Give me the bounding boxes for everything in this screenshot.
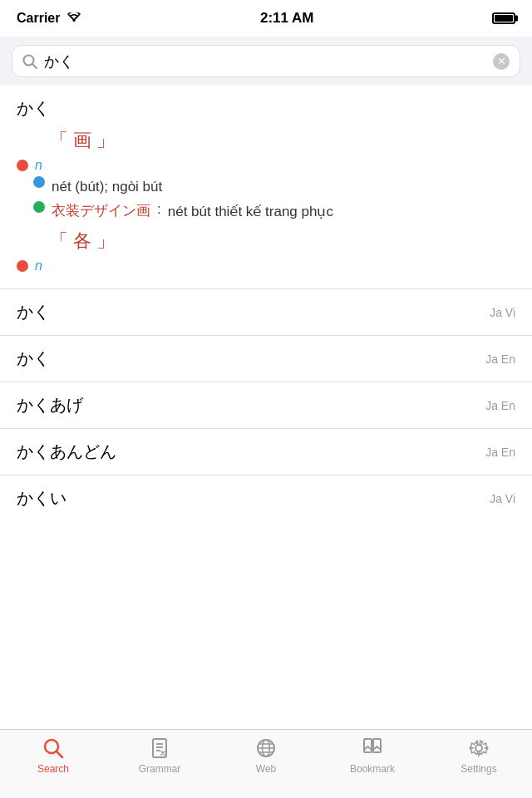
main-content: かく 「 画 」 n nét (bút); ngòi bút 衣装デザイン画 :… [0,86,532,729]
svg-line-3 [57,752,63,758]
search-icon [22,54,37,69]
blue-dot-1 [33,176,45,188]
list-item-text-4: かくい [17,487,66,510]
list-item-1[interactable]: かく Ja En [0,335,532,382]
wifi-icon [66,12,81,24]
status-bar: Carrier 2:11 AM [0,0,532,37]
tab-settings-label: Settings [461,763,496,775]
search-tab-icon [42,736,65,760]
tab-bookmark-label: Bookmark [350,763,395,775]
battery-icon [492,12,515,24]
list-item-3[interactable]: かくあんどん Ja En [0,428,532,475]
list-item-0[interactable]: かく Ja Vi [0,288,532,335]
example-translation-1: nét bút thiết kế trang phục [168,201,333,223]
kanji-entry-2[interactable]: 「 各 」 [50,229,515,254]
kanji-bracket-close-1: 」 [96,130,115,150]
svg-point-15 [475,745,482,751]
kanji-bracket-open-2: 「 [50,230,68,251]
search-bar-container: ✕ [0,37,532,86]
list-item-text-2: かくあげ [17,394,83,416]
list-item-tag-0: Ja Vi [490,306,515,319]
example-row-1: 衣装デザイン画 : nét bút thiết kế trang phục [33,201,515,223]
list-item-text-0: かく [17,301,50,323]
tab-web-label: Web [256,763,276,775]
kanji-bracket-open-1: 「 [50,130,68,150]
search-bar: ✕ [12,45,520,77]
kanji-char-1: 画 [73,130,96,150]
pos-row-1: n [17,158,515,173]
kanji-entry-1[interactable]: 「 画 」 [50,128,515,153]
kanji-bracket-close-2: 」 [96,230,115,251]
carrier-label: Carrier [17,11,60,26]
green-dot-1 [33,201,45,213]
tab-bookmark[interactable]: Bookmark [319,736,426,775]
list-item-tag-3: Ja En [485,446,515,459]
list-item-text-1: かく [17,347,50,370]
svg-point-2 [45,740,58,753]
list-item-text-3: かくあんどん [17,441,116,463]
pos-label-2: n [35,259,42,273]
svg-line-1 [32,64,37,68]
tab-web[interactable]: Web [213,736,319,775]
time-display: 2:11 AM [260,10,314,27]
grammar-tab-icon [148,736,171,760]
svg-rect-14 [373,739,381,752]
svg-rect-13 [364,739,372,752]
list-item-4[interactable]: かくい Ja Vi [0,475,532,521]
tab-search[interactable]: Search [0,736,106,775]
tab-settings[interactable]: Settings [426,736,532,775]
search-input[interactable] [44,52,486,70]
list-item-tag-1: Ja En [485,352,515,366]
tab-bar: Search Grammar Web Bookmark Settings [0,729,532,798]
dictionary-entry-card: かく 「 画 」 n nét (bút); ngòi bút 衣装デザイン画 :… [0,86,532,288]
tab-grammar[interactable]: Grammar [106,736,213,775]
example-japanese-1: 衣装デザイン画 [52,201,150,220]
definition-text-1: nét (bút); ngòi bút [52,176,162,198]
red-dot-2 [17,260,28,272]
list-item-tag-2: Ja En [485,399,515,412]
settings-tab-icon [467,736,490,760]
red-dot-1 [17,160,28,171]
kanji-char-2: 各 [73,230,96,251]
definition-row-1: nét (bút); ngòi bút [33,176,515,198]
example-colon-1: : [157,201,161,218]
pos-row-2: n [17,259,515,273]
list-item-tag-4: Ja Vi [490,492,515,505]
tab-search-label: Search [37,763,69,775]
clear-search-button[interactable]: ✕ [493,53,510,70]
carrier-wifi: Carrier [17,11,81,26]
entry-headword: かく [17,97,515,120]
web-tab-icon [254,736,278,760]
list-item-2[interactable]: かくあげ Ja En [0,382,532,428]
battery-container [492,12,515,24]
bookmark-tab-icon [361,736,384,760]
pos-label-1: n [35,158,42,173]
tab-grammar-label: Grammar [139,763,181,775]
